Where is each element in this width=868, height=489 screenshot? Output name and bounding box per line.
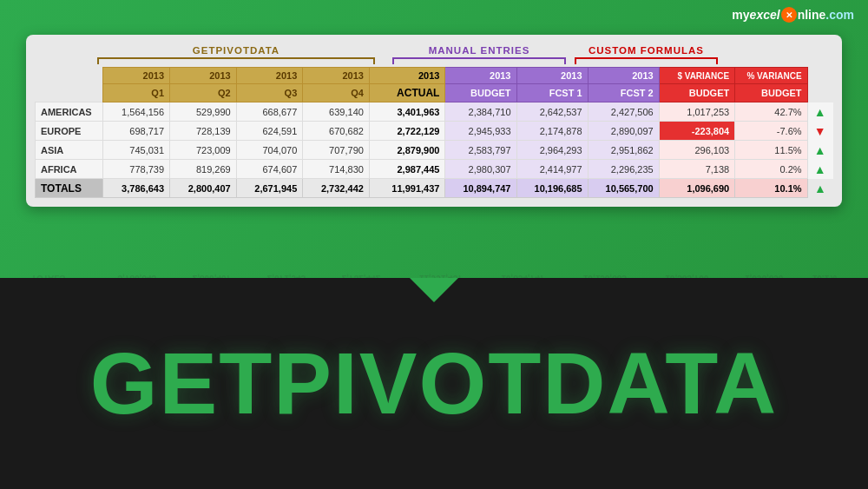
asia-q4: 707,790: [303, 141, 370, 160]
africa-q1: 778,739: [103, 160, 170, 179]
asia-fcst1: 2,964,293: [516, 141, 588, 160]
totals-fcst1: 10,196,685: [516, 179, 588, 198]
big-title: GETPIVOTDATA: [90, 334, 779, 433]
logo-online: nline.com: [798, 8, 854, 22]
th-fcst1-year: 2013: [516, 68, 588, 84]
totals-variance: 1,096,690: [659, 179, 735, 198]
africa-trend: ▲: [807, 160, 832, 179]
th-q2-year: 2013: [170, 68, 237, 84]
th-actual: ACTUAL: [369, 84, 445, 102]
asia-budget: 2,583,797: [445, 141, 516, 160]
asia-q1: 745,031: [103, 141, 170, 160]
americas-fcst1: 2,642,537: [516, 102, 588, 122]
th-q1-year: 2013: [103, 68, 170, 84]
europe-pct: -7.6%: [735, 122, 807, 141]
logo-excel: excel: [750, 8, 780, 22]
triangle-pointer: [410, 278, 458, 302]
row-label-totals: TOTALS: [36, 179, 103, 198]
th-q2: Q2: [170, 84, 237, 102]
africa-budget: 2,980,307: [445, 160, 516, 179]
logo-my: my: [732, 8, 749, 22]
asia-q3: 704,070: [236, 141, 303, 160]
table-row-americas: AMERICAS 1,564,156 529,990 668,677 639,1…: [36, 102, 833, 122]
asia-variance: 296,103: [659, 141, 735, 160]
totals-budget: 10,894,747: [445, 179, 516, 198]
africa-variance: 7,138: [659, 160, 735, 179]
totals-q1: 3,786,643: [103, 179, 170, 198]
th-budget: BUDGET: [445, 84, 516, 102]
table-row-africa: AFRICA 778,739 819,269 674,607 714,830 2…: [36, 160, 833, 179]
africa-q4: 714,830: [303, 160, 370, 179]
europe-fcst1: 2,174,878: [516, 122, 588, 141]
th-budget3: BUDGET: [735, 84, 807, 102]
main-table: 2013 2013 2013 2013 2013 2013 2013 2013 …: [35, 67, 833, 198]
totals-fcst2: 10,565,700: [588, 179, 659, 198]
table-container: GETPIVOTDATA MANUAL ENTRIES CUSTOM FORMU…: [26, 35, 842, 207]
th-q1: Q1: [103, 84, 170, 102]
americas-fcst2: 2,427,506: [588, 102, 659, 122]
th-fcst1: FCST 1: [516, 84, 588, 102]
row-label-europe: EUROPE: [36, 122, 103, 141]
th-budget-year: 2013: [445, 68, 516, 84]
americas-budget: 2,384,710: [445, 102, 516, 122]
asia-q2: 723,009: [170, 141, 237, 160]
totals-trend: ▲: [807, 179, 832, 198]
totals-pct: 10.1%: [735, 179, 807, 198]
asia-pct: 11.5%: [735, 141, 807, 160]
europe-q3: 624,591: [236, 122, 303, 141]
th-fcst2-year: 2013: [588, 68, 659, 84]
bottom-section: GETPIVOTDATA: [0, 278, 868, 489]
americas-q2: 529,990: [170, 102, 237, 122]
africa-q2: 819,269: [170, 160, 237, 179]
europe-q4: 670,682: [303, 122, 370, 141]
americas-trend: ▲: [807, 102, 832, 122]
th-q3: Q3: [236, 84, 303, 102]
americas-variance: 1,017,253: [659, 102, 735, 122]
europe-variance: -223,804: [659, 122, 735, 141]
row-label-africa: AFRICA: [36, 160, 103, 179]
africa-fcst2: 2,296,235: [588, 160, 659, 179]
americas-actual: 3,401,963: [369, 102, 445, 122]
svg-text:✕: ✕: [786, 10, 792, 20]
logo-gear-icon: ✕: [781, 7, 797, 23]
table-row-europe: EUROPE 698,717 728,139 624,591 670,682 2…: [36, 122, 833, 141]
americas-q3: 668,677: [236, 102, 303, 122]
africa-actual: 2,987,445: [369, 160, 445, 179]
table-row-totals: TOTALS 3,786,643 2,800,407 2,671,945 2,7…: [36, 179, 833, 198]
totals-q4: 2,732,442: [303, 179, 370, 198]
totals-q2: 2,800,407: [170, 179, 237, 198]
table-header-period: Q1 Q2 Q3 Q4 ACTUAL BUDGET FCST 1 FCST 2 …: [36, 84, 833, 102]
europe-trend: ▼: [807, 122, 832, 141]
th-q4: Q4: [303, 84, 370, 102]
section-label-manual: MANUAL ENTRIES: [392, 45, 566, 56]
th-actual-year: 2013: [369, 68, 445, 84]
row-label-asia: ASIA: [36, 141, 103, 160]
asia-actual: 2,879,900: [369, 141, 445, 160]
europe-actual: 2,722,129: [369, 122, 445, 141]
europe-fcst2: 2,890,097: [588, 122, 659, 141]
americas-q4: 639,140: [303, 102, 370, 122]
section-label-getpivot: GETPIVOTDATA: [97, 45, 375, 56]
totals-actual: 11,991,437: [369, 179, 445, 198]
logo: myexcel✕nline.com: [732, 7, 854, 23]
th-variance-label: $ VARIANCE: [659, 68, 735, 84]
americas-pct: 42.7%: [735, 102, 807, 122]
table-header-year: 2013 2013 2013 2013 2013 2013 2013 2013 …: [36, 68, 833, 84]
th-budget2: BUDGET: [659, 84, 735, 102]
th-q4-year: 2013: [303, 68, 370, 84]
row-label-americas: AMERICAS: [36, 102, 103, 122]
th-pct-label: % VARIANCE: [735, 68, 807, 84]
europe-q2: 728,139: [170, 122, 237, 141]
asia-fcst2: 2,951,862: [588, 141, 659, 160]
americas-q1: 1,564,156: [103, 102, 170, 122]
europe-budget: 2,945,933: [445, 122, 516, 141]
africa-pct: 0.2%: [735, 160, 807, 179]
europe-q1: 698,717: [103, 122, 170, 141]
section-label-custom: CUSTOM FORMULAS: [575, 45, 718, 56]
totals-q3: 2,671,945: [236, 179, 303, 198]
th-q3-year: 2013: [236, 68, 303, 84]
top-section: myexcel✕nline.com GETPIVOTDATA MANUAL EN…: [0, 0, 868, 278]
th-fcst2: FCST 2: [588, 84, 659, 102]
asia-trend: ▲: [807, 141, 832, 160]
africa-q3: 674,607: [236, 160, 303, 179]
